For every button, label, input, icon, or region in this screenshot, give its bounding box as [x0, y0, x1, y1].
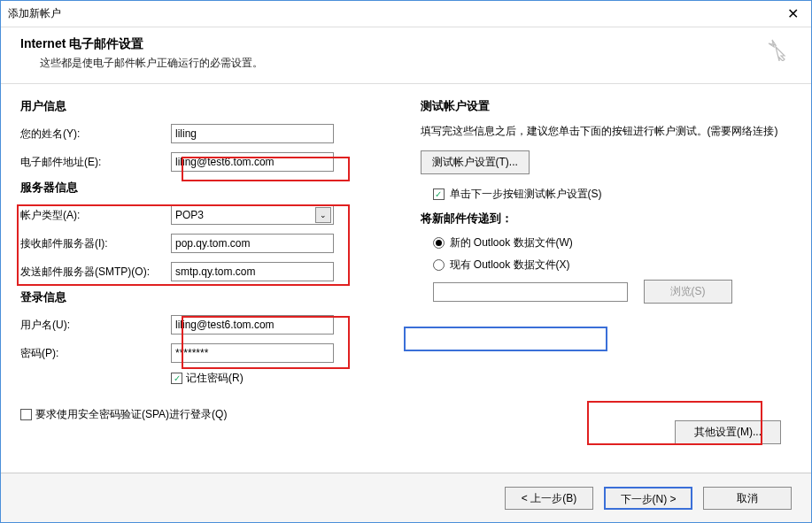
name-input[interactable] — [171, 124, 334, 143]
right-column: 测试帐户设置 填写完这些信息之后，建议您单击下面的按钮进行帐户测试。(需要网络连… — [421, 98, 793, 422]
spa-label: 要求使用安全密码验证(SPA)进行登录(Q) — [35, 407, 227, 422]
smtp-server-input[interactable] — [171, 262, 334, 281]
auto-test-checkbox[interactable] — [433, 188, 445, 200]
titlebar: 添加新帐户 ✕ — [1, 1, 811, 27]
account-type-select[interactable]: POP3 ⌄ — [171, 205, 334, 225]
server-info-heading: 服务器信息 — [20, 180, 392, 196]
account-type-value: POP3 — [175, 209, 204, 221]
next-button[interactable]: 下一步(N) > — [604, 487, 692, 510]
username-input[interactable] — [171, 315, 334, 335]
more-settings-button[interactable]: 其他设置(M)... — [675, 420, 781, 444]
test-description: 填写完这些信息之后，建议您单击下面的按钮进行帐户测试。(需要网络连接) — [421, 123, 793, 140]
add-account-window: 添加新帐户 ✕ Internet 电子邮件设置 这些都是使电子邮件帐户正确运行的… — [0, 0, 812, 523]
spa-checkbox[interactable] — [20, 409, 32, 420]
test-settings-button[interactable]: 测试帐户设置(T)... — [421, 150, 530, 174]
account-type-label: 帐户类型(A): — [20, 208, 171, 223]
dialog-body: 用户信息 您的姓名(Y): 电子邮件地址(E): 服务器信息 帐户类型(A): … — [1, 84, 811, 422]
cursor-icon — [767, 38, 790, 61]
deliver-heading: 将新邮件传递到： — [421, 211, 793, 227]
close-icon[interactable]: ✕ — [782, 5, 804, 22]
cancel-button[interactable]: 取消 — [703, 487, 792, 510]
test-heading: 测试帐户设置 — [421, 98, 793, 114]
incoming-server-input[interactable] — [171, 234, 334, 253]
password-input[interactable] — [171, 343, 334, 363]
user-info-heading: 用户信息 — [20, 98, 392, 114]
dialog-footer: < 上一步(B) 下一步(N) > 取消 — [1, 473, 811, 522]
browse-button[interactable]: 浏览(S) — [644, 280, 732, 304]
incoming-label: 接收邮件服务器(I): — [20, 236, 171, 251]
new-datafile-radio[interactable] — [433, 237, 445, 249]
header-subtitle: 这些都是使电子邮件帐户正确运行的必需设置。 — [40, 56, 792, 71]
smtp-label: 发送邮件服务器(SMTP)(O): — [20, 265, 171, 280]
email-input[interactable] — [171, 152, 334, 172]
header-title: Internet 电子邮件设置 — [20, 36, 792, 52]
remember-password-label: 记住密码(R) — [186, 371, 244, 386]
existing-datafile-label: 现有 Outlook 数据文件(X) — [450, 258, 570, 273]
remember-password-checkbox[interactable] — [171, 373, 182, 384]
username-label: 用户名(U): — [20, 318, 171, 333]
datafile-path-input[interactable] — [433, 282, 628, 302]
email-label: 电子邮件地址(E): — [20, 155, 171, 170]
back-button[interactable]: < 上一步(B) — [505, 487, 593, 510]
existing-datafile-radio[interactable] — [433, 259, 445, 271]
chevron-down-icon[interactable]: ⌄ — [315, 207, 331, 223]
login-info-heading: 登录信息 — [20, 289, 392, 305]
auto-test-label: 单击下一步按钮测试帐户设置(S) — [450, 187, 602, 202]
password-label: 密码(P): — [20, 346, 171, 361]
left-column: 用户信息 您的姓名(Y): 电子邮件地址(E): 服务器信息 帐户类型(A): … — [20, 98, 392, 422]
window-title: 添加新帐户 — [8, 6, 61, 21]
dialog-header: Internet 电子邮件设置 这些都是使电子邮件帐户正确运行的必需设置。 — [1, 27, 811, 83]
name-label: 您的姓名(Y): — [20, 127, 171, 142]
new-datafile-label: 新的 Outlook 数据文件(W) — [450, 235, 573, 250]
